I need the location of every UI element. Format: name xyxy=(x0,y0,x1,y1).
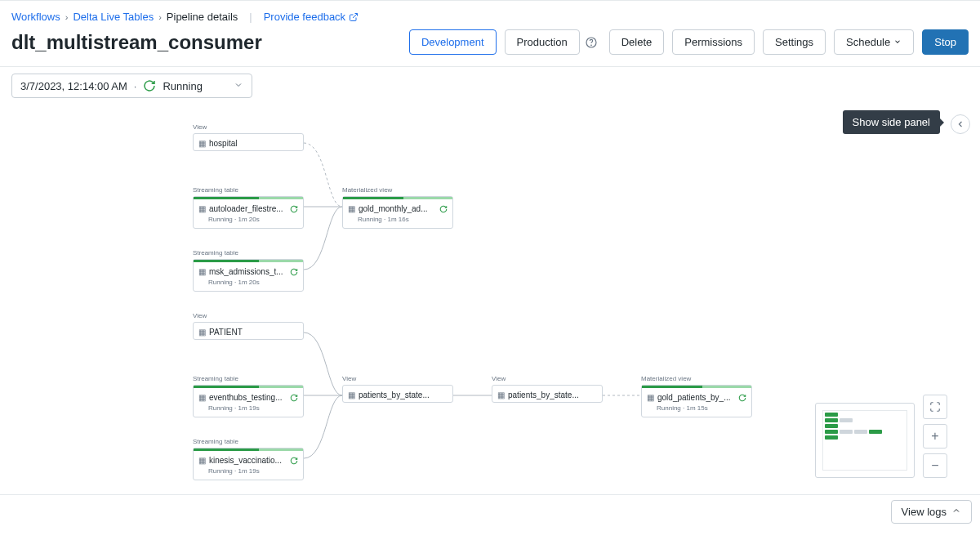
permissions-button[interactable]: Permissions xyxy=(672,29,755,55)
sync-icon xyxy=(290,205,298,213)
bc-dlt[interactable]: Delta Live Tables xyxy=(73,11,154,23)
page-title: dlt_multistream_consumer xyxy=(11,31,262,54)
sync-icon xyxy=(738,394,746,402)
delete-button[interactable]: Delete xyxy=(609,29,665,55)
table-icon: ▦ xyxy=(198,267,206,276)
node-patient[interactable]: View ▦PATIENT xyxy=(193,312,304,340)
chevron-right-icon: › xyxy=(65,12,69,22)
zoom-in-button[interactable]: + xyxy=(923,424,947,449)
provide-feedback-link[interactable]: Provide feedback xyxy=(264,11,359,23)
run-status: Running xyxy=(163,80,202,92)
chevron-down-icon xyxy=(234,80,243,92)
refresh-icon xyxy=(143,79,156,92)
view-logs-button[interactable]: View logs xyxy=(891,500,972,524)
node-hospital[interactable]: View ▦hospital xyxy=(193,123,304,151)
node-pbs1[interactable]: View ▦patients_by_state... xyxy=(342,375,453,403)
fullscreen-button[interactable] xyxy=(923,395,947,419)
run-selector[interactable]: 3/7/2023, 12:14:00 AM · Running xyxy=(11,74,252,98)
node-eventhubs[interactable]: Streaming table ▦eventhubs_testing... Ru… xyxy=(193,375,304,417)
table-icon: ▦ xyxy=(647,393,654,402)
table-icon: ▦ xyxy=(198,456,206,465)
schedule-button[interactable]: Schedule xyxy=(834,29,914,55)
tooltip-show-side-panel: Show side panel xyxy=(843,110,940,134)
node-pbs2[interactable]: View ▦patients_by_state... xyxy=(492,375,603,403)
minimap[interactable] xyxy=(815,403,915,478)
production-button[interactable]: Production xyxy=(505,29,580,55)
table-icon: ▦ xyxy=(198,204,206,213)
table-icon: ▦ xyxy=(497,390,505,399)
breadcrumb: Workflows › Delta Live Tables › Pipeline… xyxy=(0,1,980,28)
table-icon: ▦ xyxy=(198,393,206,402)
node-autoloader[interactable]: Streaming table ▦autoloader_filestre... … xyxy=(193,186,304,229)
settings-button[interactable]: Settings xyxy=(763,29,826,55)
bc-workflows[interactable]: Workflows xyxy=(11,11,60,23)
help-icon[interactable] xyxy=(585,36,598,49)
node-kinesis[interactable]: Streaming table ▦kinesis_vaccinatio... R… xyxy=(193,438,304,480)
run-timestamp: 3/7/2023, 12:14:00 AM xyxy=(20,80,127,92)
sync-icon xyxy=(439,205,448,213)
zoom-out-button[interactable]: − xyxy=(923,453,947,478)
external-link-icon xyxy=(349,11,359,23)
svg-line-0 xyxy=(353,14,358,19)
sync-icon xyxy=(290,268,298,276)
table-icon: ▦ xyxy=(348,204,355,213)
svg-point-2 xyxy=(590,45,591,46)
table-icon: ▦ xyxy=(348,390,355,399)
sync-icon xyxy=(290,457,298,465)
stop-button[interactable]: Stop xyxy=(922,29,969,55)
bc-current: Pipeline details xyxy=(167,11,238,23)
chevron-right-icon: › xyxy=(158,12,162,22)
table-icon: ▦ xyxy=(198,328,206,337)
chevron-down-icon xyxy=(893,36,902,48)
node-gold-monthly[interactable]: Materialized view ▦gold_monthly_ad... Ru… xyxy=(342,186,453,229)
toggle-side-panel[interactable] xyxy=(951,114,970,134)
node-msk[interactable]: Streaming table ▦msk_admissions_t... Run… xyxy=(193,249,304,292)
table-icon: ▦ xyxy=(198,139,206,148)
development-button[interactable]: Development xyxy=(409,29,497,55)
chevron-up-icon xyxy=(951,506,961,518)
sync-icon xyxy=(290,394,298,402)
node-gold-patients[interactable]: Materialized view ▦gold_patients_by_... … xyxy=(641,375,752,417)
